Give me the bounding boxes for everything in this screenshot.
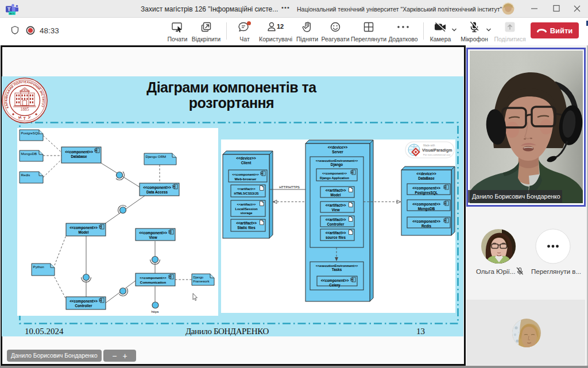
svg-text:<<executionEnvironment>>: <<executionEnvironment>> bbox=[316, 159, 358, 162]
svg-text:View: View bbox=[331, 208, 339, 212]
svg-text:Tasks: Tasks bbox=[332, 268, 342, 272]
svg-text:<<component>>: <<component>> bbox=[232, 173, 259, 176]
svg-text:PostgreSQL: PostgreSQL bbox=[21, 131, 40, 135]
svg-text:Static files: Static files bbox=[237, 226, 256, 230]
svg-text:<<component>>: <<component>> bbox=[412, 219, 440, 224]
svg-text:<<component>>: <<component>> bbox=[322, 172, 347, 175]
svg-text:Celery: Celery bbox=[329, 283, 341, 288]
svg-text:<<executionEnvironment>>: <<executionEnvironment>> bbox=[316, 264, 358, 268]
svg-text:HTTP/HTTPS: HTTP/HTTPS bbox=[279, 185, 300, 189]
svg-text:<<component>>: <<component>> bbox=[69, 299, 98, 304]
svg-text:Model: Model bbox=[78, 230, 88, 234]
svg-text:<<component>>: <<component>> bbox=[65, 150, 93, 154]
svg-text:storage: storage bbox=[241, 211, 253, 215]
svg-text:Django: Django bbox=[331, 162, 343, 167]
svg-text:Framework: Framework bbox=[194, 280, 210, 283]
svg-text:1885: 1885 bbox=[21, 107, 29, 112]
svg-text:<<component>>: <<component>> bbox=[321, 278, 349, 283]
svg-text:Communication: Communication bbox=[140, 281, 167, 284]
svg-text:HTML5/CSS3/JS: HTML5/CSS3/JS bbox=[234, 192, 258, 195]
svg-text:Web-browser: Web-browser bbox=[235, 177, 257, 181]
svg-text:Controller: Controller bbox=[75, 304, 92, 308]
svg-text:<<component>>: <<component>> bbox=[143, 185, 171, 190]
svg-text:12: 12 bbox=[277, 23, 284, 30]
svg-text:View: View bbox=[149, 235, 157, 239]
svg-text:<<artifact>>: <<artifact>> bbox=[236, 221, 257, 225]
svg-text:VisualParadigm: VisualParadigm bbox=[422, 148, 452, 153]
svg-text:DataBase: DataBase bbox=[418, 176, 435, 180]
svg-text:PostgresSQL: PostgresSQL bbox=[415, 191, 438, 195]
svg-text:MongoDB: MongoDB bbox=[21, 152, 37, 156]
svg-text:<<device>>: <<device>> bbox=[236, 156, 256, 160]
svg-text:Data Access: Data Access bbox=[146, 190, 168, 194]
svg-text:<<artifact>>: <<artifact>> bbox=[326, 188, 346, 192]
svg-text:source files: source files bbox=[326, 235, 346, 239]
svg-text:Django: Django bbox=[194, 276, 204, 279]
svg-text:Controller: Controller bbox=[327, 222, 345, 226]
svg-text:<<artifact>>: <<artifact>> bbox=[237, 203, 256, 206]
svg-text:<<component>>: <<component>> bbox=[412, 202, 440, 207]
svg-text:<<device>>: <<device>> bbox=[328, 145, 348, 149]
svg-text:Django ORM: Django ORM bbox=[146, 154, 167, 158]
svg-text:Client: Client bbox=[241, 161, 252, 165]
svg-text:https: https bbox=[151, 310, 158, 313]
svg-text:Python: Python bbox=[33, 265, 45, 269]
svg-text:<<artifact>>: <<artifact>> bbox=[326, 218, 346, 222]
svg-text:For non-commercial use: For non-commercial use bbox=[423, 153, 451, 156]
svg-text:Local/Session: Local/Session bbox=[235, 207, 258, 211]
svg-text:<<component>>: <<component>> bbox=[69, 226, 98, 230]
svg-text:<<component>>: <<component>> bbox=[139, 231, 167, 235]
svg-text:Django Application: Django Application bbox=[320, 176, 349, 180]
svg-text:Database: Database bbox=[71, 154, 87, 158]
svg-text:T: T bbox=[7, 6, 11, 12]
svg-text:Model: Model bbox=[330, 193, 341, 197]
svg-text:<<device>>: <<device>> bbox=[416, 172, 436, 176]
svg-text:<<artifact>>: <<artifact>> bbox=[326, 231, 346, 235]
svg-text:<<component>>: <<component>> bbox=[140, 276, 167, 280]
svg-text:Made with: Made with bbox=[423, 144, 435, 147]
svg-text:Server: Server bbox=[332, 150, 343, 154]
svg-text:Т: Т bbox=[24, 117, 26, 121]
svg-text:Ad fr: Ad fr bbox=[10, 12, 15, 15]
svg-text:<<component>>: <<component>> bbox=[412, 186, 440, 191]
svg-text:Redis: Redis bbox=[21, 173, 30, 177]
svg-text:<<artifact>>: <<artifact>> bbox=[237, 187, 256, 191]
svg-text:MongoDB: MongoDB bbox=[418, 207, 435, 211]
svg-text:<<artifact>>: <<artifact>> bbox=[326, 203, 346, 207]
svg-text:Redis: Redis bbox=[421, 224, 432, 228]
